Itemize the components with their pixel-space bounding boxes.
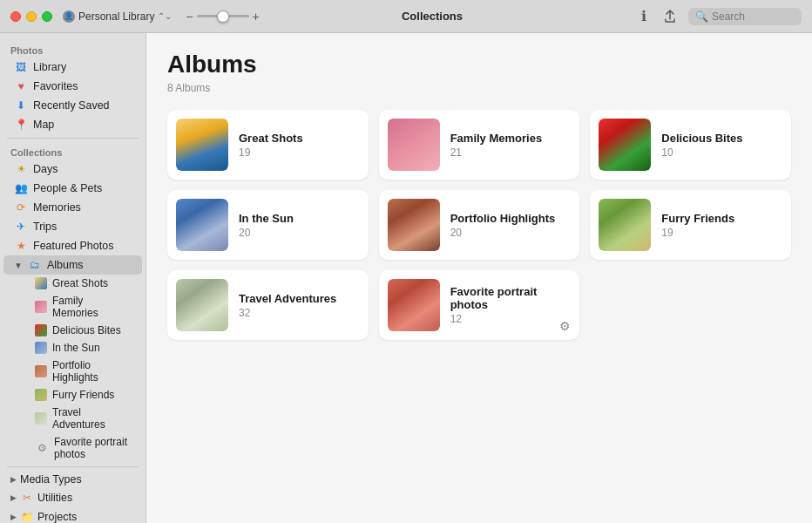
portfolio-thumb-icon xyxy=(35,365,47,377)
sidebar-section-photos: Photos xyxy=(0,40,145,58)
album-card-furry-friends[interactable]: Furry Friends 19 xyxy=(590,190,791,260)
album-thumb-favorite-portrait xyxy=(388,279,440,331)
album-info-travel-adventures: Travel Adventures 32 xyxy=(239,292,360,319)
recently-saved-icon: ⬇ xyxy=(14,98,28,112)
sidebar-item-favorites[interactable]: ♥ Favorites xyxy=(3,77,142,96)
album-count-in-the-sun: 20 xyxy=(239,227,360,239)
share-button[interactable] xyxy=(662,9,678,24)
album-name-in-the-sun: In the Sun xyxy=(239,212,360,225)
album-thumb-image-in-the-sun xyxy=(176,199,228,251)
album-name-favorite-portrait: Favorite portrait photos xyxy=(450,285,572,311)
traffic-lights xyxy=(10,11,52,22)
album-info-family-memories: Family Memories 21 xyxy=(450,132,572,159)
sidebar-item-projects[interactable]: ▶ 📁 Projects xyxy=(3,507,142,523)
album-thumb-family-memories xyxy=(388,119,440,171)
sidebar-item-featured-photos[interactable]: ★ Featured Photos xyxy=(3,236,142,255)
minimize-button[interactable] xyxy=(26,11,37,22)
gear-icon[interactable]: ⚙ xyxy=(559,319,571,333)
sidebar-item-utilities-label: Utilities xyxy=(37,492,72,504)
sidebar-item-memories-label: Memories xyxy=(33,201,81,214)
album-count-portfolio-highlights: 20 xyxy=(450,227,572,239)
album-thumb-image-family-memories xyxy=(388,119,440,171)
sidebar-item-map-label: Map xyxy=(33,119,54,131)
favorite-portrait-icon: ⚙ xyxy=(35,441,49,455)
library-selector[interactable]: 👤 Personal Library ⌃⌄ xyxy=(63,10,172,23)
album-card-in-the-sun[interactable]: In the Sun 20 xyxy=(167,190,369,260)
sidebar-item-albums[interactable]: ▼ 🗂 Albums xyxy=(3,255,142,275)
sidebar-divider-1 xyxy=(7,138,139,139)
page-title: Albums xyxy=(167,51,791,78)
albums-grid: Great Shots 19 Family Memories 21 xyxy=(167,110,791,340)
search-box[interactable]: 🔍 xyxy=(688,8,802,25)
sidebar-item-library-label: Library xyxy=(33,61,66,73)
family-memories-thumb-icon xyxy=(35,301,47,313)
albums-count: 8 Albums xyxy=(167,82,791,94)
sidebar-item-featured-photos-label: Featured Photos xyxy=(33,240,113,252)
album-card-favorite-portrait[interactable]: Favorite portrait photos 12 ⚙ xyxy=(379,270,580,340)
sidebar-item-library[interactable]: 🖼 Library xyxy=(3,58,142,77)
sidebar-item-albums-label: Albums xyxy=(47,259,84,271)
sidebar-item-favorite-portrait[interactable]: ⚙ Favorite portrait photos xyxy=(3,433,142,463)
album-thumb-image-furry-friends xyxy=(599,199,651,251)
title-bar-left: 👤 Personal Library ⌃⌄ − + xyxy=(63,10,309,24)
zoom-out-button[interactable]: − xyxy=(186,10,193,24)
maximize-button[interactable] xyxy=(42,11,52,22)
sidebar-item-days[interactable]: ☀ Days xyxy=(3,160,142,179)
main-content: Albums 8 Albums Great Shots 19 Family xyxy=(146,33,812,523)
album-count-furry-friends: 19 xyxy=(661,227,782,239)
album-count-travel-adventures: 32 xyxy=(239,307,360,319)
library-icon: 🖼 xyxy=(14,60,28,74)
heart-icon: ♥ xyxy=(14,79,28,93)
sidebar-item-projects-label: Projects xyxy=(37,511,77,523)
sidebar-item-media-types[interactable]: ▶ Media Types xyxy=(3,471,142,488)
window-title: Collections xyxy=(309,10,556,23)
featured-photos-icon: ★ xyxy=(14,239,28,253)
sidebar-item-trips[interactable]: ✈ Trips xyxy=(3,217,142,236)
albums-icon: 🗂 xyxy=(28,258,42,272)
travel-adventures-thumb-icon xyxy=(35,412,47,425)
sidebar-item-utilities[interactable]: ▶ ✂ Utilities xyxy=(3,488,142,507)
search-icon: 🔍 xyxy=(695,10,708,23)
album-count-delicious-bites: 10 xyxy=(661,146,782,159)
album-thumb-travel-adventures xyxy=(176,279,228,331)
info-button[interactable]: ℹ xyxy=(636,9,652,24)
sidebar-item-map[interactable]: 📍 Map xyxy=(3,115,142,134)
close-button[interactable] xyxy=(10,11,21,22)
sidebar-item-travel-adventures[interactable]: Travel Adventures xyxy=(3,404,142,433)
sidebar-item-family-memories[interactable]: Family Memories xyxy=(3,292,142,322)
album-card-delicious-bites[interactable]: Delicious Bites 10 xyxy=(590,110,791,180)
sidebar-item-in-the-sun[interactable]: In the Sun xyxy=(3,339,142,357)
album-name-furry-friends: Furry Friends xyxy=(661,212,782,225)
album-name-family-memories: Family Memories xyxy=(450,132,572,145)
album-thumb-image-portfolio-highlights xyxy=(388,199,440,251)
search-input[interactable] xyxy=(712,10,799,23)
sidebar-item-people-pets[interactable]: 👥 People & Pets xyxy=(3,179,142,198)
zoom-slider[interactable] xyxy=(197,15,249,17)
album-thumb-in-the-sun xyxy=(176,199,228,251)
album-thumb-image-great-shots xyxy=(176,119,228,171)
chevron-right-utilities-icon: ▶ xyxy=(10,493,17,502)
sidebar-item-great-shots[interactable]: Great Shots xyxy=(3,275,142,292)
sidebar-item-great-shots-label: Great Shots xyxy=(52,277,108,289)
album-thumb-image-delicious-bites xyxy=(599,119,651,171)
sidebar-item-delicious-bites[interactable]: Delicious Bites xyxy=(3,322,142,339)
album-card-travel-adventures[interactable]: Travel Adventures 32 xyxy=(167,270,369,340)
memories-icon: ⟳ xyxy=(14,200,28,214)
album-card-family-memories[interactable]: Family Memories 21 xyxy=(379,110,580,180)
sidebar-item-portfolio-highlights[interactable]: Portfolio Highlights xyxy=(3,357,142,386)
album-card-great-shots[interactable]: Great Shots 19 xyxy=(167,110,369,180)
sidebar-divider-2 xyxy=(7,466,139,467)
sidebar-item-family-memories-label: Family Memories xyxy=(52,295,132,319)
sidebar-item-recently-saved[interactable]: ⬇ Recently Saved xyxy=(3,96,142,115)
great-shots-thumb-icon xyxy=(35,277,47,289)
album-thumb-image-travel-adventures xyxy=(176,279,228,331)
sidebar-item-memories[interactable]: ⟳ Memories xyxy=(3,198,142,217)
projects-icon: 📁 xyxy=(20,510,34,523)
album-card-portfolio-highlights[interactable]: Portfolio Highlights 20 xyxy=(379,190,580,260)
trips-icon: ✈ xyxy=(14,220,28,234)
sidebar-item-recently-saved-label: Recently Saved xyxy=(33,99,110,112)
map-icon: 📍 xyxy=(14,118,28,132)
zoom-in-button[interactable]: + xyxy=(253,10,260,24)
album-count-favorite-portrait: 12 xyxy=(450,313,572,325)
sidebar-item-furry-friends[interactable]: Furry Friends xyxy=(3,386,142,404)
